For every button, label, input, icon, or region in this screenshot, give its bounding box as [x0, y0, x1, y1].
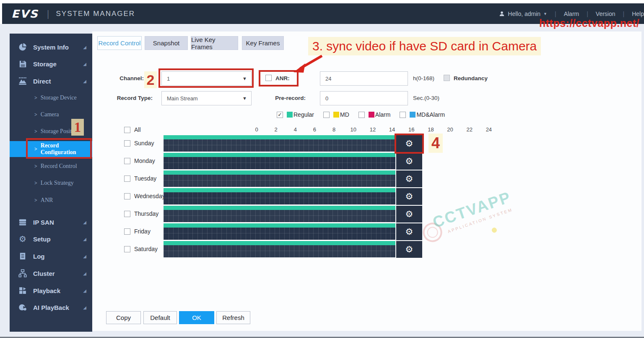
- monday-checkbox[interactable]: [124, 158, 130, 164]
- legend-md-checkbox[interactable]: [323, 112, 330, 118]
- timeline-track[interactable]: [164, 153, 395, 169]
- chevron-down-icon: ▼: [543, 12, 547, 16]
- regular-record-bar: [164, 170, 395, 175]
- monday-settings-button[interactable]: ⚙: [396, 153, 422, 170]
- legend-regular-checkbox[interactable]: ✓: [277, 112, 283, 118]
- prerecord-unit-label: Sec.(0-30): [413, 95, 439, 101]
- anr-hours-input[interactable]: 24: [320, 71, 408, 86]
- tuesday-checkbox[interactable]: [124, 176, 130, 182]
- timeline-track[interactable]: [164, 241, 395, 257]
- ruler-tick-label: 2: [271, 126, 280, 133]
- timeline-track[interactable]: [164, 188, 395, 204]
- sidebar-item-label: System Info: [33, 44, 69, 51]
- sidebar-item-playback[interactable]: Playback ◢: [10, 282, 92, 299]
- channel-select[interactable]: 1 ▼: [161, 71, 252, 86]
- time-ruler: 0 2 4 6 8 10 12 14 16 18 20 22 24: [252, 126, 493, 133]
- alarm-link[interactable]: Alarm: [564, 10, 579, 17]
- sidebar-item-log[interactable]: Log ◢: [10, 248, 92, 265]
- wednesday-settings-button[interactable]: ⚙: [396, 188, 422, 205]
- tuesday-settings-button[interactable]: ⚙: [396, 170, 422, 187]
- gear-icon: ⚙: [18, 234, 27, 244]
- sidebar-item-ip-san[interactable]: IP SAN ◢: [10, 214, 92, 231]
- button-label: Copy: [116, 314, 131, 321]
- legend-alarm-checkbox[interactable]: [358, 112, 365, 118]
- timeline-track[interactable]: [164, 135, 395, 152]
- timeline-track[interactable]: [164, 170, 395, 187]
- tab-key-frames[interactable]: Key Frames: [242, 36, 284, 50]
- timeline-track[interactable]: [164, 223, 395, 240]
- sidebar-subitem-anr[interactable]: > ANR: [10, 192, 92, 208]
- saturday-settings-button[interactable]: ⚙: [396, 241, 422, 258]
- tab-snapshot[interactable]: Snapshot: [145, 36, 188, 50]
- copy-button[interactable]: Copy: [106, 311, 141, 324]
- user-menu[interactable]: Hello, admin ▼: [499, 10, 547, 17]
- ruler-tick-label: 0: [252, 126, 261, 133]
- button-label: Default: [150, 314, 170, 321]
- thursday-checkbox[interactable]: [124, 211, 130, 217]
- day-label: Friday: [134, 228, 151, 235]
- thursday-settings-button[interactable]: ⚙: [396, 206, 422, 223]
- ruler-tick-label: 16: [407, 126, 416, 133]
- friday-settings-button[interactable]: ⚙: [396, 223, 422, 240]
- user-greeting: Hello, admin: [508, 10, 540, 17]
- prerecord-input[interactable]: 0: [320, 91, 408, 105]
- all-days-checkbox[interactable]: [124, 127, 130, 133]
- sidebar-subitem-record-configuration[interactable]: > Record Configuration: [10, 141, 92, 157]
- sidebar-subitem-lock-strategy[interactable]: > Lock Strategy: [10, 175, 92, 191]
- timeline-track[interactable]: [164, 206, 395, 222]
- saturday-checkbox[interactable]: [124, 246, 130, 252]
- header-divider: |: [47, 8, 49, 19]
- channel-label: Channel:: [109, 75, 144, 81]
- tab-record-control[interactable]: Record Control: [97, 36, 142, 50]
- chart-icon: [18, 76, 27, 86]
- sidebar-item-direct[interactable]: Direct ◢: [10, 73, 92, 89]
- day-label: Sunday: [134, 140, 154, 147]
- cluster-icon: [18, 269, 27, 278]
- anr-checkbox[interactable]: [265, 75, 272, 81]
- sidebar-item-setup[interactable]: ⚙ Setup ◢: [10, 231, 92, 247]
- sidebar-item-label: Direct: [33, 78, 51, 85]
- channel-selected-value: 1: [167, 76, 242, 82]
- redundancy-checkbox[interactable]: [444, 75, 450, 81]
- regular-record-bar: [164, 223, 395, 228]
- sidebar-subitem-storage-position[interactable]: > Storage Position: [10, 123, 92, 139]
- top-header-bar: EVS | SYSTEM MANAGER Hello, admin ▼ | Al…: [2, 3, 644, 24]
- sidebar-item-label: IP SAN: [33, 219, 54, 226]
- wednesday-checkbox[interactable]: [124, 193, 130, 199]
- chevron-right-icon: >: [34, 95, 37, 101]
- legend-label: MD: [340, 111, 349, 118]
- refresh-button[interactable]: Refresh: [216, 311, 250, 324]
- ruler-tick-label: 10: [349, 126, 358, 133]
- legend-md-alarm-checkbox[interactable]: [400, 112, 406, 118]
- ok-button[interactable]: OK: [179, 311, 214, 324]
- ruler-tick-label: 20: [446, 126, 455, 133]
- sunday-settings-button[interactable]: ⚙: [396, 135, 422, 152]
- tab-label: Live Key Frames: [191, 36, 238, 50]
- floppy-icon: [18, 59, 27, 68]
- record-type-select[interactable]: Main Stream ▼: [161, 91, 252, 105]
- header-divider: |: [587, 10, 588, 17]
- version-link[interactable]: Version: [596, 10, 615, 17]
- collapse-triangle-icon: ◢: [83, 45, 86, 50]
- friday-checkbox[interactable]: [124, 228, 130, 235]
- sunday-checkbox[interactable]: [124, 140, 130, 147]
- ruler-tick-label: 12: [368, 126, 377, 133]
- header-divider: |: [623, 10, 625, 17]
- sidebar-nav: System Info ◢ Storage ◢ Direct ◢ > Stora…: [10, 34, 92, 332]
- record-type-label: Record Type:: [109, 95, 153, 101]
- tab-live-key-frames[interactable]: Live Key Frames: [191, 36, 238, 50]
- ruler-tick-label: 18: [426, 126, 435, 133]
- day-label: Thursday: [134, 210, 158, 217]
- sidebar-subitem-record-control[interactable]: > Record Control: [10, 158, 92, 174]
- sidebar-subitem-camera[interactable]: > Camera: [10, 107, 92, 123]
- sidebar-subitem-storage-device[interactable]: > Storage Device: [10, 90, 92, 106]
- sidebar-item-ai-playback[interactable]: AI PlayBack ◢: [10, 299, 92, 316]
- default-button[interactable]: Default: [143, 311, 177, 324]
- sidebar-item-storage[interactable]: Storage ◢: [10, 55, 92, 72]
- sidebar-item-cluster[interactable]: Cluster ◢: [10, 265, 92, 282]
- help-link[interactable]: Help: [632, 10, 644, 17]
- legend-color-swatch: [369, 112, 374, 118]
- collapse-triangle-icon: ◢: [83, 254, 86, 259]
- sidebar-item-system-info[interactable]: System Info ◢: [10, 39, 92, 55]
- day-label: Saturday: [134, 246, 158, 252]
